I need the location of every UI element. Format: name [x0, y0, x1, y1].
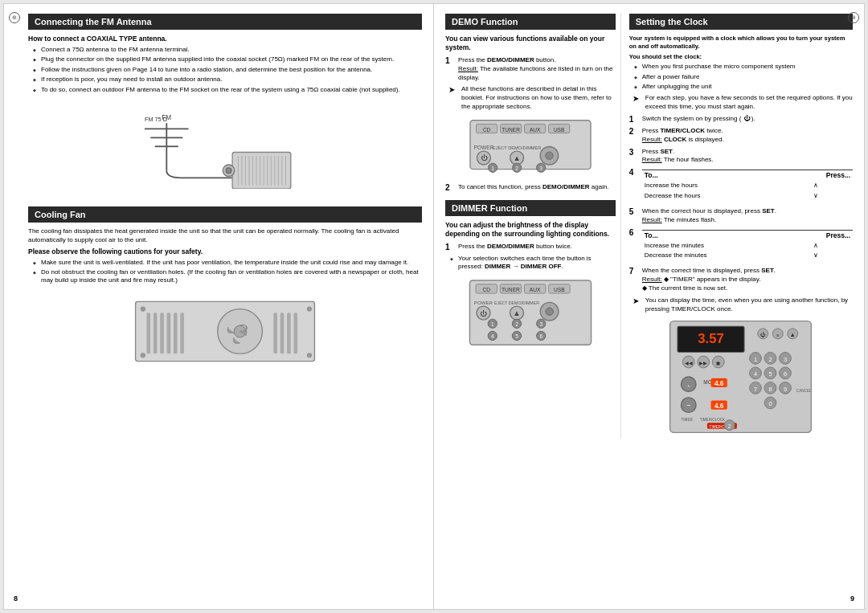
- svg-text:TIMER: TIMER: [682, 419, 694, 423]
- fm-bullet-1: Connect a 75Ω antenna to the FM antenna …: [35, 46, 422, 54]
- middle-column: DEMO Function You can view various funct…: [445, 14, 621, 439]
- page-number-left: 8: [14, 595, 18, 603]
- dimmer-step-1: 1 Press the DEMO/DIMMER button twice.: [445, 243, 616, 251]
- dimmer-bullet-1: Your selection switches each time the bu…: [452, 255, 616, 272]
- clock-to-label-4: To...: [642, 170, 779, 182]
- clock-increase-hours: Increase the hours: [642, 181, 779, 190]
- clock-step1-num: 1: [629, 115, 639, 124]
- cooling-safety-title: Please observe the following cautions fo…: [28, 247, 422, 255]
- fm-antenna-subtitle: How to connect a COAXIAL TYPE antenna.: [28, 35, 422, 43]
- demo-device-image: CD TUNER AUX USB POWER ⏻ E: [445, 116, 616, 178]
- clock-arrow-note: ➤ For each step, you have a few seconds …: [629, 94, 853, 112]
- clock-step-3: 3 Press SET. Result: The hour flashes.: [629, 148, 853, 166]
- demo-intro: You can view various functions available…: [445, 35, 616, 52]
- svg-text:1: 1: [491, 165, 494, 170]
- svg-text:4.6: 4.6: [714, 380, 724, 388]
- clock-press-label-6: Press...: [779, 230, 853, 241]
- clock-step5-content: When the correct hour is displayed, pres…: [642, 207, 853, 225]
- svg-rect-24: [147, 313, 151, 353]
- fm-bullet-4: If reception is poor, you may need to in…: [35, 76, 422, 84]
- svg-text:4: 4: [491, 333, 494, 339]
- demo-step-2: 2 To cancel this function, press DEMO/DI…: [445, 183, 616, 192]
- clock-column: Setting the Clock Your system is equippe…: [629, 14, 853, 439]
- clock-intro: Your system is equipped with a clock whi…: [629, 35, 853, 51]
- fm-diagram: FM FM 75 Ω: [28, 102, 422, 197]
- cooling-section: Cooling Fan The cooling fan dissipates t…: [28, 206, 422, 371]
- svg-text:TIMER/CLOCK: TIMER/CLOCK: [700, 419, 726, 423]
- svg-text:≡: ≡: [777, 333, 780, 337]
- clock-arrow-icon: ➤: [633, 94, 642, 103]
- demo-step-1: 1 Press the DEMO/DIMMER button. Result: …: [445, 56, 616, 82]
- clock-step5-num: 5: [629, 207, 639, 216]
- clock-step-2: 2 Press TIMER/CLOCK twice. Result: CLOCK…: [629, 127, 853, 145]
- clock-to-label-6: To...: [642, 230, 779, 241]
- clock-step7-num: 7: [629, 267, 639, 276]
- clock-decrease-hours: Decrease the hours: [642, 191, 779, 201]
- svg-rect-27: [167, 313, 171, 353]
- clock-header: Setting the Clock: [629, 14, 853, 30]
- cooling-safety-bullets: Make sure the unit is well-ventilated. I…: [28, 259, 422, 285]
- clock-step7-content: When the correct time is displayed, pres…: [642, 267, 853, 292]
- clock-step2-content: Press TIMER/CLOCK twice. Result: CLOCK i…: [642, 127, 853, 145]
- svg-text:5: 5: [515, 333, 518, 339]
- svg-text:CANCEL: CANCEL: [796, 389, 812, 393]
- svg-text:1: 1: [491, 321, 494, 326]
- dimmer-section: DIMMER Function You can adjust the brigh…: [445, 200, 616, 354]
- demo-arrow-note: ➤ All these functions are described in d…: [445, 85, 616, 111]
- svg-rect-35: [293, 313, 297, 353]
- svg-text:9: 9: [784, 386, 787, 393]
- svg-text:TUNER: TUNER: [502, 127, 520, 133]
- svg-point-38: [307, 353, 312, 358]
- fm-bullet-3: Follow the instructions given on Page 14…: [35, 66, 422, 74]
- svg-text:CD: CD: [482, 287, 490, 292]
- page-number-right: 9: [850, 595, 854, 603]
- clock-step-6: 6 To... Press... Increase the minutes ∧: [629, 228, 853, 264]
- svg-text:7: 7: [754, 386, 757, 393]
- clock-decrease-hours-btn: ∨: [779, 191, 853, 201]
- dimmer-bullet: Your selection switches each time the bu…: [445, 255, 616, 272]
- svg-text:−: −: [686, 402, 690, 410]
- clock-title: Setting the Clock: [636, 17, 708, 27]
- clock-step3-num: 3: [629, 148, 639, 157]
- svg-text:3.57: 3.57: [698, 332, 724, 347]
- svg-text:▲: ▲: [790, 331, 796, 338]
- svg-rect-29: [180, 313, 184, 353]
- clock-step3-content: Press SET. Result: The hour flashes.: [642, 148, 853, 166]
- svg-text:⏻: ⏻: [481, 153, 488, 161]
- svg-text:6: 6: [784, 371, 787, 378]
- svg-text:EJECT DEMO/DIMMER: EJECT DEMO/DIMMER: [494, 300, 539, 305]
- clock-arrow2-icon: ➤: [633, 296, 642, 305]
- svg-text:3: 3: [784, 356, 787, 363]
- clock-arrow2-content: You can display the time, even when you …: [645, 296, 853, 314]
- clock-decrease-mins-btn: ∨: [779, 251, 853, 260]
- svg-text:5: 5: [769, 371, 772, 378]
- svg-text:6: 6: [539, 333, 542, 339]
- clock-step4-content: To... Press... Increase the hours ∧ Decr…: [642, 168, 853, 204]
- fm-bullet-5: To do so, connect an outdoor FM antenna …: [35, 86, 422, 94]
- svg-text:⏻: ⏻: [480, 309, 487, 317]
- clock-increase-mins: Increase the minutes: [642, 241, 779, 251]
- dimmer-device-image: CD TUNER AUX USB POWER ⏻ E: [445, 276, 616, 354]
- svg-text:2: 2: [769, 356, 772, 363]
- clock-table-6: To... Press... Increase the minutes ∧ De…: [642, 230, 853, 261]
- clock-step6-num: 6: [629, 228, 639, 237]
- svg-rect-28: [174, 313, 178, 353]
- demo-arrow-icon: ➤: [448, 85, 458, 94]
- demo-step2-content: To cancel this function, press DEMO/DIMM…: [458, 183, 616, 192]
- clock-increase-mins-btn: ∧: [779, 241, 853, 251]
- svg-text:⏻: ⏻: [761, 332, 767, 337]
- svg-text:8: 8: [769, 386, 772, 393]
- svg-text:POWER: POWER: [473, 145, 493, 150]
- clock-increase-hours-btn: ∧: [779, 181, 853, 190]
- demo-title: DEMO Function: [452, 17, 518, 27]
- clock-step1-content: Switch the system on by pressing ( ⏻ ).: [642, 115, 853, 124]
- cooling-intro: The cooling fan dissipates the heat gene…: [28, 227, 422, 245]
- clock-arrow-note2: ➤ You can display the time, even when yo…: [629, 296, 853, 314]
- clock-bullet-2: After a power failure: [636, 73, 853, 81]
- svg-point-37: [307, 307, 312, 312]
- svg-point-56: [546, 152, 553, 159]
- fm-antenna-header: Connecting the FM Antenna: [28, 14, 422, 30]
- cooling-diagram: [28, 293, 422, 371]
- svg-text:+: +: [688, 383, 690, 388]
- cooling-title: Cooling Fan: [35, 210, 86, 219]
